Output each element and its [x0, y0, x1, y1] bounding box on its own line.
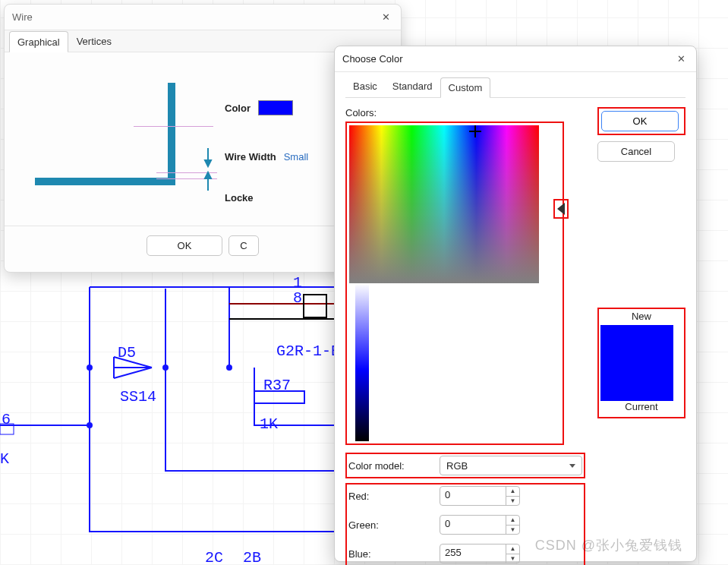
- color-field-wrap: [345, 122, 564, 445]
- wire-title: Wire: [12, 11, 378, 23]
- value-pointer-wrap: [553, 199, 569, 219]
- locked-label: Locke: [225, 192, 254, 204]
- wire-preview: [27, 75, 194, 199]
- blue-value: 255: [440, 544, 506, 563]
- wire-width-value[interactable]: Small: [284, 151, 309, 163]
- tab-basic[interactable]: Basic: [345, 77, 385, 97]
- red-value: 0: [440, 487, 506, 505]
- color-model-value: RGB: [446, 460, 468, 472]
- sch-6: 6: [2, 411, 11, 428]
- watermark: CSDN @张小兔爱钱钱: [535, 536, 682, 554]
- sch-r37: R37: [263, 377, 291, 394]
- tab-custom[interactable]: Custom: [440, 77, 491, 98]
- preview-current-label: Current: [600, 401, 682, 412]
- svg-marker-8: [205, 160, 211, 166]
- sch-k: K: [0, 450, 9, 468]
- color-model-label: Color model:: [348, 460, 440, 472]
- blue-label: Blue:: [348, 548, 440, 560]
- sch-d5: D5: [118, 344, 136, 361]
- blue-spinner[interactable]: ▲▼: [506, 544, 519, 563]
- svg-point-2: [227, 365, 232, 370]
- choose-color-title: Choose Color: [342, 53, 673, 65]
- preview-new-label: New: [600, 311, 682, 322]
- svg-point-0: [87, 365, 92, 370]
- color-swatch[interactable]: [258, 100, 293, 115]
- sch-pin8: 8: [293, 289, 302, 307]
- red-label: Red:: [348, 491, 440, 502]
- sch-g2r: G2R-1-E: [276, 342, 340, 360]
- wire-ok-button[interactable]: OK: [147, 235, 222, 256]
- close-icon[interactable]: ✕: [378, 11, 393, 23]
- svg-marker-10: [205, 172, 211, 178]
- green-value: 0: [440, 516, 506, 534]
- chevron-down-icon: [569, 464, 575, 468]
- choose-color-titlebar: Choose Color ✕: [335, 46, 696, 72]
- color-tabs: Basic Standard Custom: [345, 77, 685, 98]
- tab-vertices[interactable]: Vertices: [68, 30, 120, 52]
- color-model-select[interactable]: RGB: [440, 456, 582, 475]
- width-arrows-icon: [199, 145, 217, 194]
- wire-width-label: Wire Width: [225, 151, 276, 163]
- cancel-button[interactable]: Cancel: [597, 141, 675, 162]
- tab-graphical[interactable]: Graphical: [9, 31, 68, 52]
- blue-input[interactable]: 255 ▲▼: [440, 544, 520, 563]
- sch-ss14: SS14: [120, 388, 156, 406]
- green-spinner[interactable]: ▲▼: [506, 516, 519, 534]
- sch-2b: 2B: [243, 549, 261, 565]
- preview-current-swatch: [600, 363, 673, 401]
- green-input[interactable]: 0 ▲▼: [440, 515, 520, 535]
- close-icon[interactable]: ✕: [673, 53, 689, 65]
- ok-button[interactable]: OK: [601, 111, 679, 131]
- crosshair-icon: [471, 127, 480, 136]
- hue-sat-field[interactable]: [349, 125, 539, 283]
- green-label: Green:: [348, 519, 440, 531]
- tab-standard[interactable]: Standard: [385, 77, 440, 97]
- colors-label: Colors:: [345, 107, 585, 118]
- red-spinner[interactable]: ▲▼: [506, 487, 519, 505]
- color-guide-line: [134, 126, 213, 127]
- red-input[interactable]: 0 ▲▼: [440, 486, 520, 506]
- preview-new-swatch: [600, 325, 673, 363]
- value-strip[interactable]: [355, 283, 369, 441]
- color-label: Color: [225, 103, 251, 114]
- choose-color-dialog: Choose Color ✕ Basic Standard Custom Col…: [334, 46, 697, 562]
- svg-point-1: [163, 365, 168, 370]
- wire-titlebar: Wire ✕: [5, 5, 401, 30]
- svg-point-3: [87, 423, 92, 428]
- sch-r37val: 1K: [260, 415, 278, 433]
- svg-rect-5: [304, 295, 326, 317]
- sch-2c: 2C: [205, 549, 223, 565]
- wire-cancel-button[interactable]: C: [228, 235, 259, 256]
- value-pointer-icon[interactable]: [557, 203, 565, 215]
